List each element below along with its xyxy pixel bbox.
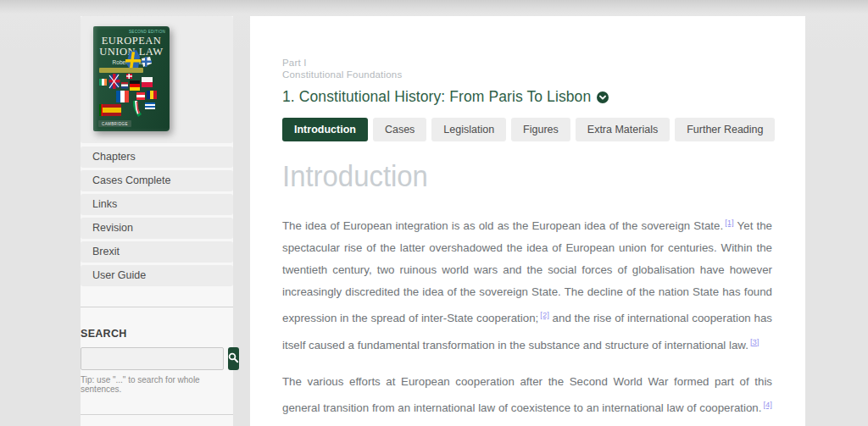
breadcrumb: Part I Constitutional Foundations <box>282 57 772 80</box>
page: SECOND EDITION EUROPEAN UNION LAW Robert… <box>0 0 868 426</box>
book-banner <box>99 68 143 73</box>
tab-bar: IntroductionCasesLegislationFiguresExtra… <box>282 118 772 141</box>
sidebar-nav: ChaptersCases CompleteLinksRevisionBrexi… <box>81 147 233 286</box>
tab-cases[interactable]: Cases <box>373 118 426 141</box>
breadcrumb-part: Part I <box>282 57 772 69</box>
search-tip: Tip: use "..." to search for whole sente… <box>81 375 233 394</box>
tab-legislation[interactable]: Legislation <box>431 118 506 141</box>
search-section: SEARCH Tip: use "..." to search for whol… <box>81 328 233 394</box>
sidebar-item-chapters[interactable]: Chapters <box>81 147 233 168</box>
footnote-link[interactable]: [1] <box>725 218 734 227</box>
footnote-link[interactable]: [4] <box>763 400 772 409</box>
sidebar-item-brexit[interactable]: Brexit <box>81 241 233 263</box>
search-label: SEARCH <box>81 328 233 340</box>
main-content: Part I Constitutional Foundations 1. Con… <box>250 16 805 426</box>
footnote-link[interactable]: [3] <box>750 337 760 346</box>
europe-flag-map <box>97 50 165 131</box>
tab-further-reading[interactable]: Further Reading <box>675 118 775 141</box>
search-icon <box>228 352 239 366</box>
breadcrumb-section: Constitutional Foundations <box>282 69 772 80</box>
sidebar-item-links[interactable]: Links <box>81 194 233 215</box>
book-cover: SECOND EDITION EUROPEAN UNION LAW Robert… <box>93 26 170 131</box>
book-publisher: CAMBRIDGE <box>98 120 131 127</box>
search-button[interactable] <box>228 347 239 370</box>
sidebar-divider <box>81 307 233 307</box>
chevron-down-icon[interactable] <box>597 91 609 103</box>
paragraph: The idea of European integration is as o… <box>282 211 772 357</box>
sidebar-divider-2 <box>81 414 233 415</box>
search-input[interactable] <box>81 347 224 370</box>
section-heading: Introduction <box>282 159 743 193</box>
sidebar-item-user-guide[interactable]: User Guide <box>81 265 233 286</box>
sidebar-item-revision[interactable]: Revision <box>81 218 233 239</box>
sidebar: SECOND EDITION EUROPEAN UNION LAW Robert… <box>81 16 233 426</box>
sidebar-item-cases-complete[interactable]: Cases Complete <box>81 170 233 191</box>
book-cover-panel: SECOND EDITION EUROPEAN UNION LAW Robert… <box>81 16 233 143</box>
book-edition-label: SECOND EDITION <box>129 30 165 34</box>
tab-introduction[interactable]: Introduction <box>282 118 368 141</box>
chapter-title: 1. Constitutional History: From Paris To… <box>282 88 772 106</box>
paragraph: The various efforts at European cooperat… <box>282 371 772 426</box>
tab-extra-materials[interactable]: Extra Materials <box>576 118 670 141</box>
body-text: The idea of European integration is as o… <box>282 211 772 426</box>
footnote-link[interactable]: [2] <box>540 310 549 319</box>
tab-figures[interactable]: Figures <box>511 118 570 141</box>
chapter-title-text: 1. Constitutional History: From Paris To… <box>282 88 591 106</box>
